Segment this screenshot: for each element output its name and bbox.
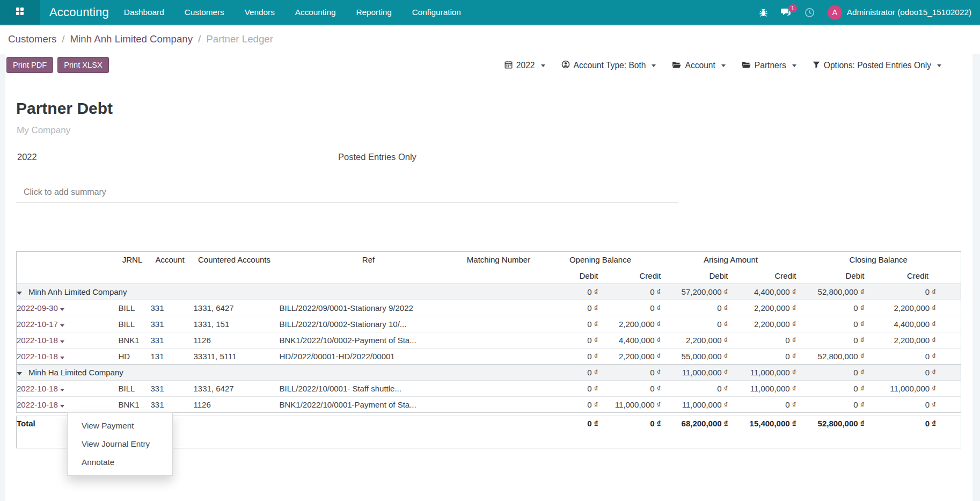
collapse-caret-icon[interactable] (17, 292, 22, 295)
filter-account[interactable]: Account (672, 61, 725, 71)
entry-matching-cell (462, 348, 540, 365)
report-company: My Company (17, 125, 70, 136)
nav-item-reporting[interactable]: Reporting (356, 8, 391, 17)
total-closing-debit: 52,800,000 ₫ (801, 416, 869, 448)
message-count-badge: 1 (788, 4, 797, 13)
entry-amount-cell: 0 ₫ (733, 348, 801, 365)
print-pdf-button[interactable]: Print PDF (6, 57, 53, 73)
ledger-entry-row: 2022-09-30BILL3311331, 6427BILL/2022/09/… (17, 300, 961, 316)
entry-date-dropdown[interactable]: 2022-09-30 (17, 303, 64, 313)
group-amount-cell: 11,000,000 ₫ (665, 365, 733, 381)
breadcrumb-separator: / (62, 33, 64, 45)
entry-date-dropdown[interactable]: 2022-10-18 (17, 384, 64, 393)
entry-amount-cell: 11,000,000 ₫ (603, 397, 665, 413)
entry-context-menu: View Payment View Journal Entry Annotate (67, 412, 173, 476)
breadcrumb-partner[interactable]: Minh Anh Limited Company (70, 33, 193, 45)
partner-group-row[interactable]: Minh Anh Limited Company0 ₫0 ₫57,200,000… (17, 284, 961, 300)
menu-item-view-journal-entry[interactable]: View Journal Entry (68, 435, 172, 453)
breadcrumb-customers[interactable]: Customers (8, 33, 56, 45)
group-arising-amount-header: Arising Amount (665, 252, 801, 268)
entry-amount-cell: 0 ₫ (801, 316, 869, 332)
nav-item-accounting[interactable]: Accounting (295, 8, 336, 17)
report-title: Partner Debt (16, 99, 113, 118)
nav-item-configuration[interactable]: Configuration (412, 8, 461, 17)
activities-clock-icon[interactable] (805, 8, 815, 18)
opening-credit-header: Credit (603, 268, 665, 284)
app-brand[interactable]: Accounting (49, 5, 109, 19)
entry-amount-cell: 0 ₫ (540, 300, 603, 316)
ledger-entry-row: 2022-10-18BILL3311331, 6427BILL/2022/10/… (17, 381, 961, 397)
entry-ref-cell: BILL/2022/10/0001- Staff shuttle... (280, 381, 462, 397)
filter-date[interactable]: 2022 (504, 61, 545, 71)
entry-amount-cell: 55,000,000 ₫ (665, 348, 733, 365)
col-countered-header: Countered Accounts (194, 252, 280, 268)
filter-options-label: Options: Posted Entries Only (824, 61, 931, 70)
entry-countered-cell: 1331, 151 (194, 316, 280, 332)
menu-item-view-payment[interactable]: View Payment (68, 417, 172, 435)
entry-date-dropdown[interactable]: 2022-10-18 (17, 352, 64, 361)
entry-amount-cell: 2,200,000 ₫ (665, 332, 733, 348)
group-amount-cell: 0 ₫ (540, 365, 603, 381)
entry-date-dropdown[interactable]: 2022-10-17 (17, 320, 64, 329)
entry-amount-cell: 0 ₫ (801, 381, 869, 397)
chevron-down-icon (60, 308, 64, 311)
col-date-header (17, 252, 119, 268)
filter-partners[interactable]: Partners (742, 61, 796, 71)
partner-group-name[interactable]: Minh Anh Limited Company (17, 284, 540, 300)
partner-group-name[interactable]: Minh Ha Limited Company (17, 365, 540, 381)
apps-menu-button[interactable] (0, 0, 40, 25)
entry-amount-cell: 2,200,000 ₫ (733, 300, 801, 316)
group-amount-cell: 0 ₫ (869, 365, 961, 381)
entry-matching-cell (462, 397, 540, 413)
entry-jrnl-cell: BILL (119, 316, 151, 332)
group-opening-balance-header: Opening Balance (540, 252, 665, 268)
nav-item-vendors[interactable]: Vendors (245, 8, 275, 17)
filter-account-label: Account (685, 61, 715, 70)
filter-account-type[interactable]: Account Type: Both (561, 60, 656, 71)
chevron-down-icon (60, 357, 64, 359)
content-background: Print PDF Print XLSX 2022 Account Type: … (0, 54, 980, 501)
entry-jrnl-cell: BNK1 (119, 332, 151, 348)
chevron-down-icon (792, 64, 796, 67)
folder-icon (672, 61, 681, 71)
entry-date-dropdown[interactable]: 2022-10-18 (17, 336, 64, 345)
nav-item-customers[interactable]: Customers (185, 8, 224, 17)
entry-matching-cell (462, 332, 540, 348)
breadcrumb: Customers / Minh Anh Limited Company / P… (8, 33, 273, 45)
entry-ref-cell: BNK1/2022/10/0002-Payment of Sta... (280, 332, 462, 348)
entry-amount-cell: 0 ₫ (869, 397, 961, 413)
entry-amount-cell: 0 ₫ (540, 316, 603, 332)
entry-countered-cell: 33311, 5111 (194, 348, 280, 365)
apps-grid-icon (16, 7, 24, 18)
ledger-entry-row: 2022-10-17BILL3311331, 151BILL/2022/10/0… (17, 316, 961, 332)
entry-matching-cell (462, 316, 540, 332)
group-closing-balance-header: Closing Balance (801, 252, 961, 268)
entry-countered-cell: 1331, 6427 (194, 381, 280, 397)
partner-name-label: Minh Ha Limited Company (28, 368, 123, 377)
col-account-header: Account (151, 252, 194, 268)
entry-amount-cell: 2,200,000 ₫ (603, 348, 665, 365)
entry-account-cell: 331 (151, 397, 194, 413)
entry-ref-cell: BNK1/2022/10/0001-Payment of Sta... (280, 397, 462, 413)
ledger-entry-row: 2022-10-18BNK13311126BNK1/2022/10/0002-P… (17, 332, 961, 348)
entry-amount-cell: 11,000,000 ₫ (665, 397, 733, 413)
partner-group-row[interactable]: Minh Ha Limited Company0 ₫0 ₫11,000,000 … (17, 365, 961, 381)
entry-amount-cell: 0 ₫ (801, 332, 869, 348)
summary-input[interactable]: Click to add summary (16, 184, 678, 203)
chevron-down-icon (60, 389, 64, 391)
ledger-table-body: Minh Anh Limited Company0 ₫0 ₫57,200,000… (17, 284, 961, 413)
collapse-caret-icon[interactable] (17, 372, 22, 375)
entry-ref-cell: BILL/2022/10/0002-Stationary 10/... (280, 316, 462, 332)
print-xlsx-button[interactable]: Print XLSX (57, 57, 108, 73)
menu-item-annotate[interactable]: Annotate (68, 453, 172, 471)
filter-options[interactable]: Options: Posted Entries Only (813, 61, 941, 71)
entry-date-dropdown[interactable]: 2022-10-18 (17, 400, 64, 409)
debug-bug-icon[interactable] (759, 8, 768, 17)
entry-jrnl-cell: BNK1 (119, 397, 151, 413)
report-period: 2022 (17, 152, 37, 162)
nav-item-dashboard[interactable]: Dashboard (124, 8, 164, 17)
messages-chat-icon[interactable]: 1 (781, 8, 792, 17)
entry-date-cell: 2022-10-18 (17, 397, 119, 413)
arising-debit-header: Debit (665, 268, 733, 284)
user-menu[interactable]: A Administrator (odoo15_15102022) (828, 5, 971, 20)
